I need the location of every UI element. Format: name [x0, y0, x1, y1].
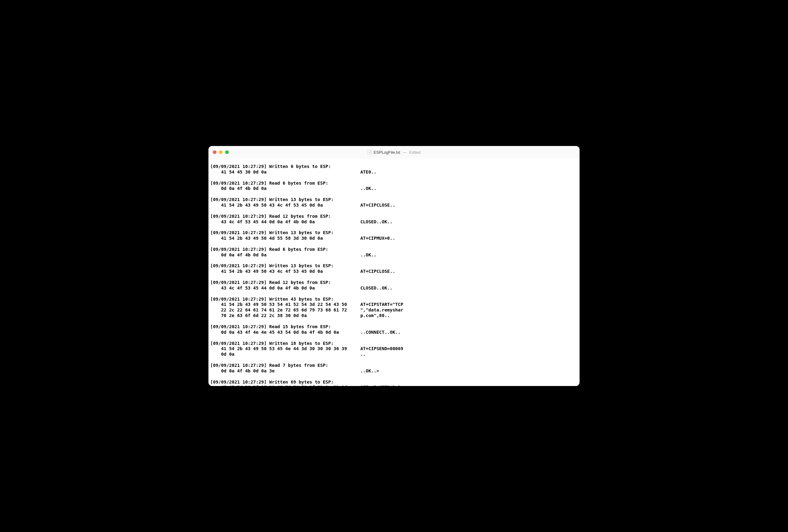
close-button[interactable] [213, 150, 216, 154]
traffic-lights [213, 150, 229, 154]
document-icon [368, 150, 372, 155]
editor-content[interactable]: [09/09/2021 10:27:29] Written 6 bytes to… [209, 158, 579, 386]
log-text[interactable]: [09/09/2021 10:27:29] Written 6 bytes to… [210, 164, 578, 386]
minimize-button[interactable] [219, 150, 223, 154]
edited-label: Edited [409, 150, 420, 155]
window: ESPLogFile.txt — Edited [09/09/2021 10:2… [209, 146, 579, 386]
window-title: ESPLogFile.txt — Edited [368, 150, 420, 155]
filename-label: ESPLogFile.txt [374, 150, 400, 155]
titlebar[interactable]: ESPLogFile.txt — Edited [209, 146, 579, 158]
title-separator: — [402, 150, 407, 155]
maximize-button[interactable] [225, 150, 229, 154]
